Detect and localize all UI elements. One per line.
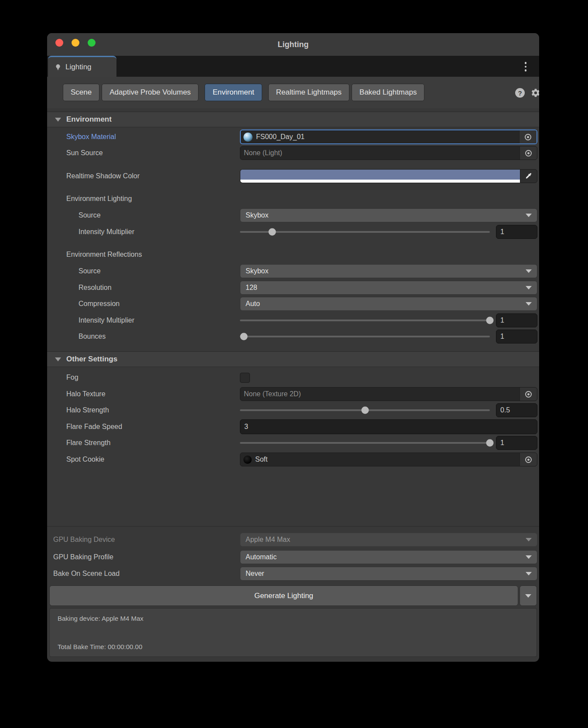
color-swatch-alpha	[240, 180, 520, 183]
sun-source-row: Sun Source None (Light)	[47, 146, 539, 160]
spot-cookie-field[interactable]: Soft	[240, 452, 537, 466]
object-field-value: Soft	[255, 456, 520, 463]
halo-texture-field[interactable]: None (Texture 2D)	[240, 387, 537, 401]
footer-divider	[47, 526, 539, 527]
field-label: GPU Baking Profile	[47, 553, 240, 561]
field-label: Flare Fade Speed	[47, 423, 240, 431]
toolbar-tab-adaptive-probe-volumes[interactable]: Adaptive Probe Volumes	[102, 84, 198, 101]
color-swatch[interactable]	[240, 169, 520, 183]
flare-fade-speed-field[interactable]: 3	[240, 419, 537, 434]
field-label: Intensity Multiplier	[47, 228, 240, 236]
eyedropper-icon[interactable]	[520, 169, 537, 183]
generate-lighting-dropdown-button[interactable]	[520, 585, 537, 606]
object-picker-icon[interactable]	[520, 453, 537, 466]
chevron-down-icon	[526, 538, 532, 541]
field-label: Skybox Material	[47, 133, 240, 141]
slider-thumb[interactable]	[486, 317, 494, 324]
dropdown-value: Never	[246, 570, 526, 578]
sun-source-field[interactable]: None (Light)	[240, 146, 537, 160]
chevron-down-icon	[526, 572, 532, 575]
picker-ring	[525, 134, 531, 140]
bake-on-scene-load-row: Bake On Scene Load Never	[47, 567, 539, 581]
close-button[interactable]	[55, 39, 63, 47]
environment-reflections-group: Environment Reflections	[47, 248, 539, 262]
object-field-value: None (Texture 2D)	[244, 390, 520, 398]
field-label: Spot Cookie	[47, 456, 240, 463]
flare-fade-speed-row: Flare Fade Speed 3	[47, 419, 539, 434]
section-header-environment[interactable]: Environment	[47, 112, 539, 127]
reflections-intensity-row: Intensity Multiplier 1	[47, 313, 539, 327]
toolbar-tab-baked-lightmaps[interactable]: Baked Lightmaps	[352, 84, 424, 101]
flare-strength-value-field[interactable]: 1	[496, 436, 537, 450]
object-field-value: FS000_Day_01	[256, 133, 519, 141]
generate-lighting-button[interactable]: Generate Lighting	[49, 585, 518, 606]
slider-track[interactable]	[240, 231, 490, 233]
slider-thumb[interactable]	[240, 333, 247, 340]
toolbar-tab-environment[interactable]: Environment	[205, 84, 262, 101]
tab-lighting[interactable]: Lighting	[48, 56, 116, 77]
intensity-value-field[interactable]: 1	[496, 225, 537, 239]
field-label: Intensity Multiplier	[47, 316, 240, 324]
titlebar[interactable]: Lighting	[47, 33, 539, 56]
field-label: Compression	[47, 300, 240, 308]
dropdown-value: Skybox	[246, 267, 526, 275]
toolbar-tab-label: Baked Lightmaps	[359, 88, 417, 97]
dropdown-value: 128	[246, 284, 526, 292]
tab-label: Lighting	[65, 63, 92, 71]
desktop-background: Lighting Lighting Scene Adaptive Probe V…	[0, 0, 588, 728]
slider-track[interactable]	[240, 442, 490, 444]
bake-on-scene-load-dropdown[interactable]: Never	[240, 567, 537, 581]
halo-strength-value-field[interactable]: 0.5	[496, 403, 537, 417]
toolbar-tab-realtime-lightmaps[interactable]: Realtime Lightmaps	[268, 84, 349, 101]
minimize-button[interactable]	[72, 39, 79, 47]
reflections-compression-dropdown[interactable]: Auto	[240, 297, 537, 311]
fog-checkbox[interactable]	[240, 373, 250, 383]
field-label: Source	[47, 211, 240, 219]
picker-ring	[525, 391, 532, 398]
field-label: Sun Source	[47, 149, 240, 157]
slider-track[interactable]	[240, 336, 490, 337]
env-lighting-source-dropdown[interactable]: Skybox	[240, 208, 537, 222]
object-picker-icon[interactable]	[519, 130, 537, 143]
field-label: Resolution	[47, 284, 240, 292]
reflections-source-dropdown[interactable]: Skybox	[240, 264, 537, 278]
slider-track[interactable]	[240, 320, 490, 321]
toolbar-tab-label: Adaptive Probe Volumes	[109, 88, 191, 97]
section-title: Other Settings	[66, 355, 117, 364]
skybox-material-field[interactable]: FS000_Day_01	[240, 129, 537, 144]
section-header-other-settings[interactable]: Other Settings	[47, 351, 539, 367]
chevron-down-icon	[526, 214, 532, 217]
dropdown-value: Auto	[246, 300, 526, 308]
spot-cookie-thumbnail-icon	[243, 456, 252, 464]
gpu-baking-profile-row: GPU Baking Profile Automatic	[47, 550, 539, 564]
zoom-button[interactable]	[88, 39, 96, 47]
chevron-down-icon	[525, 594, 531, 598]
help-icon[interactable]: ?	[515, 88, 525, 98]
lighting-window: Lighting Lighting Scene Adaptive Probe V…	[47, 33, 539, 662]
field-label: Halo Strength	[47, 406, 240, 414]
field-label: Bake On Scene Load	[47, 570, 240, 578]
slider-thumb[interactable]	[361, 407, 369, 414]
dropdown-value: Skybox	[246, 211, 526, 219]
gpu-baking-profile-dropdown[interactable]: Automatic	[240, 550, 537, 564]
fog-row: Fog	[47, 371, 539, 384]
object-picker-icon[interactable]	[520, 146, 537, 160]
dropdown-value: Automatic	[246, 553, 526, 561]
group-label: Environment Reflections	[47, 251, 240, 259]
reflections-compression-row: Compression Auto	[47, 297, 539, 311]
intensity-value-field[interactable]: 1	[496, 313, 537, 327]
skybox-material-row: Skybox Material FS000_Day_01	[47, 129, 539, 144]
slider-thumb[interactable]	[486, 439, 494, 447]
object-picker-icon[interactable]	[520, 388, 537, 401]
reflections-resolution-dropdown[interactable]: 128	[240, 281, 537, 295]
color-swatch-rgb	[240, 170, 520, 180]
chevron-down-icon	[526, 302, 532, 306]
toolbar-tab-scene[interactable]: Scene	[63, 84, 99, 101]
slider-thumb[interactable]	[269, 228, 276, 236]
shadow-color-field[interactable]	[240, 169, 537, 183]
gpu-baking-device-dropdown: Apple M4 Max	[240, 533, 537, 547]
kebab-menu-icon[interactable]	[523, 61, 528, 73]
bounces-value-field[interactable]: 1	[496, 330, 537, 344]
gear-icon[interactable]	[531, 88, 539, 98]
slider-track[interactable]	[240, 409, 490, 411]
